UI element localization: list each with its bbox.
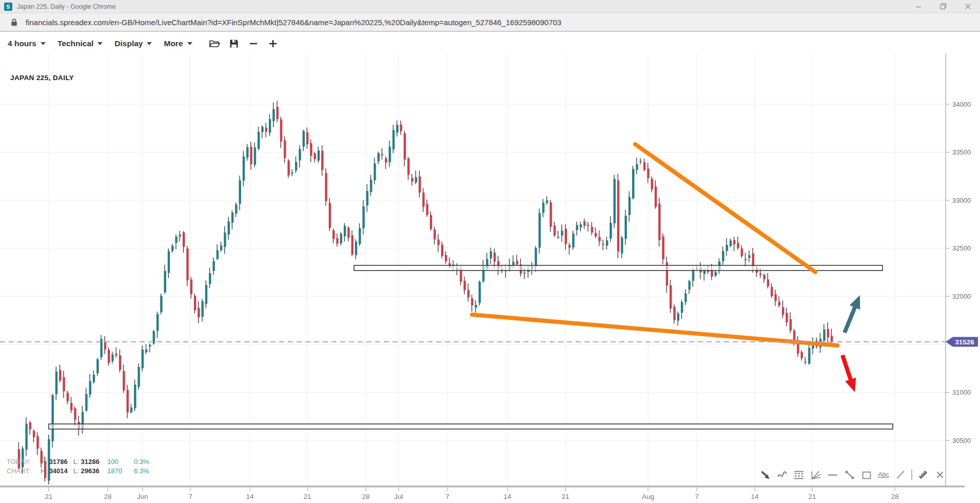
table-icon — [793, 470, 805, 480]
chart-menubar: 4 hours Technical Display More — [0, 33, 980, 54]
close-button[interactable] — [955, 0, 980, 13]
svg-text:21: 21 — [561, 493, 569, 500]
curve-tool[interactable] — [776, 469, 788, 481]
more-dropdown-label: More — [164, 39, 183, 48]
fan-lines-tool[interactable] — [810, 469, 822, 481]
technical-dropdown[interactable]: Technical — [57, 39, 103, 48]
technical-dropdown-label: Technical — [57, 39, 93, 48]
period-dropdown-label: 4 hours — [8, 39, 36, 48]
svg-text:7: 7 — [445, 493, 449, 500]
svg-text:14: 14 — [246, 493, 254, 500]
app-icon: S — [4, 3, 12, 11]
trendline-icon — [844, 469, 855, 480]
save-chart-button[interactable] — [228, 37, 240, 50]
chevron-down-icon — [187, 42, 192, 45]
chart-label: CHART: — [7, 467, 41, 476]
restore-icon — [940, 3, 947, 10]
svg-text:14: 14 — [503, 493, 512, 500]
ruler-tool[interactable] — [917, 469, 929, 481]
text-tool[interactable]: Abc — [877, 469, 890, 481]
up-arrow[interactable] — [845, 295, 860, 333]
lower-trendline[interactable] — [472, 315, 837, 345]
more-dropdown[interactable]: More — [164, 39, 192, 48]
horizontal-line-icon — [827, 470, 838, 480]
svg-text:Jun: Jun — [137, 493, 148, 500]
today-low: L: 31286 — [73, 457, 107, 467]
stats-row-today: TODAY: H: 31786 L: 31286 100 0.3% — [7, 457, 149, 467]
pointer-arrow-icon — [760, 470, 771, 480]
ruler-icon — [917, 469, 929, 481]
svg-text:34000: 34000 — [952, 101, 971, 108]
resistance-zone[interactable] — [354, 265, 883, 270]
x-axis: 2128Jun7142128Jul71421Aug7142128 — [0, 486, 965, 500]
svg-text:28: 28 — [362, 493, 369, 500]
svg-text:32500: 32500 — [952, 244, 971, 252]
minus-icon — [249, 39, 258, 48]
fan-lines-icon — [810, 469, 821, 480]
today-percent: 0.3% — [134, 457, 149, 467]
chart-stats: TODAY: H: 31786 L: 31286 100 0.3% CHART:… — [7, 457, 149, 476]
open-folder-icon — [209, 38, 220, 49]
stats-row-chart: CHART: H: 34014 L: 29636 1870 6.3% — [7, 467, 149, 476]
svg-text:14: 14 — [751, 493, 759, 500]
lock-icon[interactable] — [9, 17, 19, 27]
svg-text:7: 7 — [188, 493, 192, 500]
today-label: TODAY: — [7, 457, 41, 467]
display-dropdown[interactable]: Display — [114, 39, 152, 48]
rectangle-tool[interactable] — [860, 469, 873, 481]
toolbar-separator — [911, 470, 912, 480]
close-drawing-tool[interactable] — [934, 469, 946, 481]
down-arrow[interactable] — [842, 355, 856, 392]
chevron-down-icon — [97, 42, 103, 45]
svg-text:32000: 32000 — [952, 293, 971, 300]
horizontal-line-tool[interactable] — [827, 469, 839, 481]
chevron-down-icon — [147, 42, 152, 45]
svg-text:28: 28 — [891, 493, 898, 500]
svg-text:Jul: Jul — [394, 493, 403, 500]
svg-text:Aug: Aug — [642, 493, 654, 500]
rectangle-icon — [861, 470, 872, 480]
curve-icon — [777, 470, 788, 480]
close-x-icon — [935, 470, 945, 479]
drawing-toolbar: Abc — [759, 467, 946, 482]
minimize-button[interactable] — [906, 0, 931, 13]
svg-text:31000: 31000 — [952, 389, 971, 396]
save-icon — [229, 38, 239, 49]
svg-text:30500: 30500 — [952, 437, 971, 444]
table-tool[interactable] — [793, 469, 805, 481]
svg-text:21: 21 — [45, 493, 52, 500]
plus-icon — [268, 39, 278, 48]
chart-title: JAPAN 225, DAILY — [10, 74, 74, 82]
diagonal-line-icon — [895, 469, 906, 480]
chart-low: L: 29636 — [73, 467, 107, 476]
current-price-badge: 31526 — [946, 337, 978, 346]
url-text[interactable]: financials.spreadex.com/en-GB/Home/LiveC… — [26, 18, 561, 27]
chart-high: H: 34014 — [41, 467, 73, 476]
chart-area: 340003350033000325003200031000305002128J… — [0, 54, 980, 503]
today-range: 100 — [107, 457, 134, 467]
close-icon — [965, 3, 971, 10]
restore-button[interactable] — [931, 0, 955, 13]
trendline-tool[interactable] — [844, 469, 856, 481]
price-chart[interactable]: 340003350033000325003200031000305002128J… — [0, 54, 980, 503]
svg-text:28: 28 — [104, 493, 111, 500]
pointer-arrow-tool[interactable] — [759, 469, 771, 481]
chart-percent: 6.3% — [134, 467, 149, 476]
period-dropdown[interactable]: 4 hours — [8, 39, 46, 48]
zoom-in-button[interactable] — [267, 37, 279, 50]
svg-text:21: 21 — [808, 493, 816, 500]
address-bar: financials.spreadex.com/en-GB/Home/LiveC… — [0, 13, 980, 32]
today-high: H: 31786 — [41, 457, 73, 467]
zoom-out-button[interactable] — [247, 37, 260, 50]
chevron-down-icon — [41, 42, 46, 45]
diagonal-line-tool[interactable] — [894, 469, 907, 481]
open-chart-button[interactable] — [208, 37, 221, 50]
svg-text:33500: 33500 — [952, 148, 971, 156]
support-zone[interactable] — [49, 424, 893, 429]
window-titlebar: S Japan 225, Daily - Google Chrome — [0, 0, 980, 13]
window-title: Japan 225, Daily - Google Chrome — [17, 3, 115, 10]
svg-text:7: 7 — [695, 493, 699, 500]
svg-text:33000: 33000 — [952, 197, 971, 204]
y-axis: 34000335003300032500320003100030500 — [946, 54, 971, 488]
display-dropdown-label: Display — [114, 39, 143, 48]
